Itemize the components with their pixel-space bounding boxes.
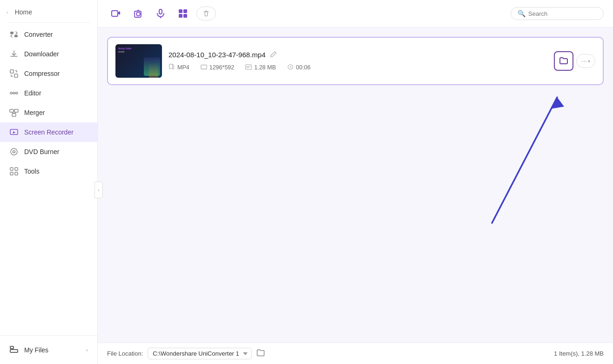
svg-rect-7 [10,109,13,112]
screen-recorder-label: Screen Recorder [24,128,74,136]
tools-label: Tools [24,168,40,175]
card-actions: ··· ▾ [554,51,595,71]
editor-label: Editor [24,89,41,97]
svg-rect-14 [15,168,18,170]
footer: File Location: C:\Wondershare UniConvert… [98,343,613,364]
svg-rect-0 [10,32,13,34]
tools-icon [9,167,19,176]
format-value: MP4 [177,64,189,71]
annotation-arrow [478,74,580,232]
svg-rect-15 [10,172,13,175]
sidebar-item-dvd-burner[interactable]: DVD Burner [0,142,97,162]
search-box: 🔍 [511,7,604,20]
toolbar-camera-button[interactable] [129,5,147,22]
open-folder-button[interactable] [554,51,573,71]
converter-label: Converter [24,31,53,38]
svg-point-6 [16,92,18,94]
sidebar-item-editor[interactable]: Editor [0,83,97,103]
toolbar: 🔍 [98,0,613,27]
format-icon [168,64,175,72]
file-location-select[interactable]: C:\Wondershare UniConverter 1 [148,348,252,359]
resolution-value: 1296*592 [209,64,235,71]
resolution-icon [201,64,207,72]
sidebar-item-compressor[interactable]: Compressor [0,64,97,83]
svg-point-12 [13,151,15,153]
svg-rect-29 [246,64,251,69]
search-input[interactable] [528,10,597,17]
svg-rect-17 [10,346,13,349]
search-icon: 🔍 [518,10,525,17]
duration-icon [287,64,294,72]
svg-rect-2 [10,70,13,73]
compressor-label: Compressor [24,70,60,77]
svg-rect-9 [12,114,16,116]
merger-icon [9,108,19,117]
footer-left: File Location: C:\Wondershare UniConvert… [107,348,265,359]
meta-duration: 00:06 [287,64,310,72]
sidebar-item-home[interactable]: ‹ Home [0,4,97,20]
svg-point-5 [10,92,12,94]
edit-filename-icon[interactable] [270,51,277,59]
more-options-button[interactable]: ··· ▾ [576,54,595,68]
toolbar-left [107,5,216,22]
file-thumbnail: fining Video ersion [115,44,162,78]
svg-rect-28 [201,65,207,69]
toolbar-delete-button[interactable] [196,7,216,20]
my-files-chevron-icon: › [86,346,88,353]
editor-icon [9,88,19,98]
size-icon [245,64,252,72]
svg-marker-32 [550,97,564,109]
meta-size: 1.28 MB [245,64,276,72]
main-content: 🔍 fining Video ersion 202 [98,0,613,364]
footer-summary: 1 Item(s), 1.28 MB [554,350,604,357]
toolbar-mic-button[interactable] [152,5,169,22]
duration-value: 00:06 [296,64,310,71]
sidebar-item-downloader[interactable]: Downloader [0,44,97,64]
svg-rect-1 [14,35,18,37]
more-dots-icon: ··· [581,57,587,65]
merger-label: Merger [24,109,45,116]
sidebar-item-my-files[interactable]: My Files › [0,339,97,360]
meta-format: MP4 [168,64,189,72]
file-card: fining Video ersion 2024-08-10_10-23-47-… [107,37,604,85]
svg-point-11 [11,148,17,155]
toolbar-apps-button[interactable] [174,5,192,22]
file-meta: MP4 1296*592 1.28 MB [168,64,547,72]
dvd-burner-label: DVD Burner [24,148,59,155]
svg-rect-13 [10,168,13,170]
home-label: Home [15,8,32,16]
sidebar-collapse-button[interactable]: ‹ [94,182,103,198]
compressor-icon [9,69,19,78]
meta-resolution: 1296*592 [201,64,235,72]
size-value: 1.28 MB [254,64,276,71]
svg-point-4 [13,92,15,94]
toolbar-video-button[interactable] [107,5,125,22]
svg-rect-27 [169,64,173,68]
file-info: 2024-08-10_10-23-47-968.mp4 MP4 [168,51,547,72]
downloader-icon [9,49,19,59]
content-area: fining Video ersion 2024-08-10_10-23-47-… [98,27,613,343]
sidebar-divider [7,22,90,23]
svg-rect-23 [179,9,182,13]
my-files-icon [9,344,19,355]
sidebar-item-converter[interactable]: Converter [0,25,97,44]
sidebar-item-merger[interactable]: Merger [0,103,97,122]
sidebar-item-screen-recorder[interactable]: Screen Recorder [0,122,97,142]
more-chevron-icon: ▾ [588,59,590,64]
svg-rect-25 [179,14,182,18]
svg-rect-21 [159,9,162,14]
svg-line-31 [492,97,557,223]
svg-rect-19 [112,11,118,16]
svg-rect-8 [14,109,18,112]
svg-point-20 [136,12,140,16]
screen-recorder-icon [9,128,19,137]
svg-rect-26 [183,14,187,18]
svg-rect-24 [183,9,187,13]
sidebar: ‹ Home Converter Downloader Compressor [0,0,98,364]
my-files-label: My Files [24,346,48,354]
sidebar-item-tools[interactable]: Tools [0,162,97,181]
downloader-label: Downloader [24,50,59,58]
footer-open-folder-icon[interactable] [256,349,265,359]
dvd-burner-icon [9,147,19,156]
svg-rect-18 [10,350,18,352]
